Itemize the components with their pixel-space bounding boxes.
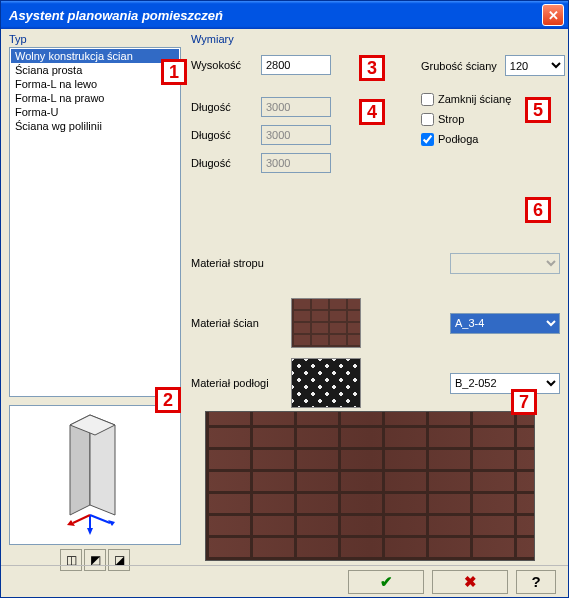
length3-input xyxy=(261,153,331,173)
floor-checkbox[interactable] xyxy=(421,133,434,146)
typ-item-straight-wall[interactable]: Ściana prosta xyxy=(11,63,179,77)
length2-input xyxy=(261,125,331,145)
svg-marker-4 xyxy=(87,528,93,535)
ok-button[interactable]: ✔ xyxy=(348,570,424,594)
ceiling-material-select xyxy=(450,253,560,274)
annotation-marker-6: 6 xyxy=(525,197,551,223)
annotation-marker-5: 5 xyxy=(525,97,551,123)
ceiling-label: Strop xyxy=(438,113,464,125)
typ-item-l-right[interactable]: Forma-L na prawo xyxy=(11,91,179,105)
wall-material-select[interactable]: A_3-4 xyxy=(450,313,560,334)
close-wall-checkbox[interactable] xyxy=(421,93,434,106)
cancel-button[interactable]: ✖ xyxy=(432,570,508,594)
annotation-marker-7: 7 xyxy=(511,389,537,415)
typ-group-label: Typ xyxy=(9,33,181,45)
help-button[interactable]: ? xyxy=(516,570,556,594)
titlebar[interactable]: Asystent planowania pomieszczeń ✕ xyxy=(1,1,568,29)
length2-label: Długość xyxy=(191,129,261,141)
annotation-marker-1: 1 xyxy=(161,59,187,85)
typ-item-polyline[interactable]: Ściana wg polilinii xyxy=(11,119,179,133)
ceiling-material-label: Materiał stropu xyxy=(191,257,291,269)
floor-material-label: Materiał podłogi xyxy=(191,377,291,389)
wall-material-swatch xyxy=(291,298,361,348)
length3-label: Długość xyxy=(191,157,261,169)
preview-3d-icon xyxy=(35,410,155,540)
floor-material-select[interactable]: B_2-052 xyxy=(450,373,560,394)
annotation-marker-2: 2 xyxy=(155,387,181,413)
wymiary-group-label: Wymiary xyxy=(191,33,560,45)
typ-list[interactable]: Wolny konstrukcja ścian Ściana prosta Fo… xyxy=(9,47,181,397)
floor-material-swatch xyxy=(291,358,361,408)
window-title: Asystent planowania pomieszczeń xyxy=(9,8,223,23)
length1-label: Długość xyxy=(191,101,261,113)
svg-line-5 xyxy=(73,515,90,523)
wall-material-label: Materiał ścian xyxy=(191,317,291,329)
svg-line-7 xyxy=(90,515,110,523)
close-wall-label: Zamknij ścianę xyxy=(438,93,511,105)
typ-item-l-left[interactable]: Forma-L na lewo xyxy=(11,77,179,91)
thickness-label: Grubość ściany xyxy=(421,60,497,72)
height-label: Wysokość xyxy=(191,59,261,71)
material-large-preview xyxy=(205,411,535,561)
type-preview xyxy=(9,405,181,545)
typ-item-u-form[interactable]: Forma-U xyxy=(11,105,179,119)
height-input[interactable] xyxy=(261,55,331,75)
typ-item-free-wall[interactable]: Wolny konstrukcja ścian xyxy=(11,49,179,63)
close-button[interactable]: ✕ xyxy=(542,4,564,26)
ceiling-checkbox[interactable] xyxy=(421,113,434,126)
length1-input xyxy=(261,97,331,117)
thickness-select[interactable]: 120 xyxy=(505,55,565,76)
annotation-marker-4: 4 xyxy=(359,99,385,125)
floor-label: Podłoga xyxy=(438,133,478,145)
annotation-marker-3: 3 xyxy=(359,55,385,81)
